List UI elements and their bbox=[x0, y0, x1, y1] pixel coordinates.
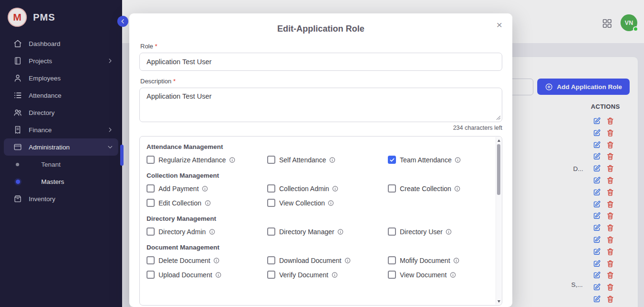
permissions-box: Attendance ManagementRegularize Attendan… bbox=[139, 136, 502, 306]
resize-handle-icon[interactable] bbox=[496, 115, 501, 120]
description-input[interactable]: Application Test User bbox=[139, 88, 502, 122]
permission-view-collection[interactable]: View Collection bbox=[267, 199, 388, 207]
checkbox[interactable] bbox=[267, 184, 275, 193]
description-textarea-wrap: Application Test User bbox=[139, 88, 502, 122]
permission-directory-manager[interactable]: Directory Manager bbox=[267, 227, 388, 236]
chars-left-counter: 234 characters left bbox=[139, 125, 502, 131]
permission-label: Mofify Document bbox=[400, 257, 450, 264]
permission-directory-admin[interactable]: Directory Admin bbox=[147, 227, 267, 236]
info-icon[interactable] bbox=[331, 272, 338, 278]
permission-label: Download Document bbox=[279, 257, 341, 264]
permission-label: Directory User bbox=[400, 228, 442, 236]
checkbox[interactable] bbox=[147, 199, 155, 207]
permissions-list: Attendance ManagementRegularize Attendan… bbox=[140, 136, 502, 292]
permission-section-heading: Collection Management bbox=[147, 172, 487, 179]
scrollbar[interactable] bbox=[496, 137, 501, 305]
app-root: M PMS DashboardProjectsEmployeesAttendan… bbox=[0, 0, 644, 307]
permission-section-heading: Document Management bbox=[147, 244, 487, 251]
permission-verify-document[interactable]: Verify Document bbox=[267, 271, 388, 279]
permission-section-heading: Directory Management bbox=[147, 215, 487, 222]
role-input[interactable] bbox=[139, 53, 502, 71]
permission-label: Directory Manager bbox=[279, 228, 334, 236]
checkbox[interactable] bbox=[147, 271, 155, 279]
checkbox[interactable] bbox=[147, 156, 155, 164]
permission-label: Directory Admin bbox=[158, 228, 206, 236]
permission-label: View Document bbox=[400, 271, 447, 279]
permission-label: Collection Admin bbox=[279, 185, 329, 193]
scrollbar-thumb[interactable] bbox=[497, 144, 500, 195]
info-icon[interactable] bbox=[453, 257, 460, 264]
permission-create-collection[interactable]: Create Collection bbox=[388, 184, 487, 193]
permission-label: Upload Document bbox=[158, 271, 212, 279]
permission-add-payment[interactable]: Add Payment bbox=[147, 184, 267, 193]
description-label: Description * bbox=[140, 78, 501, 85]
permission-team-attendance[interactable]: Team Attendance bbox=[388, 156, 487, 164]
permission-label: Add Payment bbox=[158, 185, 199, 193]
checkbox[interactable] bbox=[147, 184, 155, 193]
permission-label: Regularize Attendance bbox=[158, 156, 226, 164]
close-icon[interactable]: × bbox=[495, 18, 504, 32]
info-icon[interactable] bbox=[450, 272, 456, 278]
permission-label: Create Collection bbox=[400, 185, 451, 193]
required-asterisk: * bbox=[155, 43, 157, 50]
info-icon[interactable] bbox=[337, 228, 344, 235]
checkbox[interactable] bbox=[388, 184, 396, 193]
checkbox[interactable] bbox=[267, 256, 275, 264]
checkbox[interactable] bbox=[267, 156, 275, 164]
checkbox[interactable] bbox=[388, 256, 396, 264]
description-label-text: Description bbox=[140, 78, 171, 85]
permission-mofify-document[interactable]: Mofify Document bbox=[388, 256, 487, 264]
permission-label: Team Attendance bbox=[400, 156, 452, 164]
info-icon[interactable] bbox=[344, 257, 351, 264]
permission-view-document[interactable]: View Document bbox=[388, 271, 487, 279]
info-icon[interactable] bbox=[445, 228, 452, 235]
permission-regularize-attendance[interactable]: Regularize Attendance bbox=[147, 156, 267, 164]
info-icon[interactable] bbox=[454, 157, 461, 163]
info-icon[interactable] bbox=[202, 185, 208, 192]
checkbox[interactable] bbox=[388, 156, 396, 164]
checkbox[interactable] bbox=[388, 271, 396, 279]
permission-section-heading: Attendance Management bbox=[147, 143, 487, 150]
permission-label: Delete Document bbox=[158, 257, 210, 264]
checkbox[interactable] bbox=[147, 227, 155, 236]
info-icon[interactable] bbox=[328, 200, 334, 206]
permission-edit-collection[interactable]: Edit Collection bbox=[147, 199, 267, 207]
permission-grid: Add PaymentCollection AdminCreate Collec… bbox=[147, 184, 487, 207]
required-asterisk: * bbox=[173, 78, 176, 85]
info-icon[interactable] bbox=[454, 185, 461, 192]
permission-label: Verify Document bbox=[279, 271, 328, 279]
permission-label: Self Attendance bbox=[279, 156, 326, 164]
role-label-text: Role bbox=[140, 43, 153, 50]
checkbox[interactable] bbox=[267, 199, 275, 207]
permission-delete-document[interactable]: Delete Document bbox=[147, 256, 267, 264]
checkbox[interactable] bbox=[388, 227, 396, 236]
permission-grid: Regularize AttendanceSelf AttendanceTeam… bbox=[147, 156, 487, 164]
info-icon[interactable] bbox=[332, 185, 339, 192]
permission-download-document[interactable]: Download Document bbox=[267, 256, 388, 264]
permission-grid: Delete DocumentDownload DocumentMofify D… bbox=[147, 256, 487, 279]
info-icon[interactable] bbox=[204, 200, 211, 206]
checkbox[interactable] bbox=[267, 271, 275, 279]
modal-title: Edit-Application Role bbox=[139, 24, 502, 34]
info-icon[interactable] bbox=[213, 257, 220, 264]
permission-directory-user[interactable]: Directory User bbox=[388, 227, 487, 236]
permission-grid: Directory AdminDirectory ManagerDirector… bbox=[147, 227, 487, 236]
info-icon[interactable] bbox=[329, 157, 336, 163]
scroll-up-arrow-icon[interactable] bbox=[496, 137, 501, 143]
permission-collection-admin[interactable]: Collection Admin bbox=[267, 184, 388, 193]
scroll-down-arrow-icon[interactable] bbox=[496, 298, 501, 304]
checkbox[interactable] bbox=[147, 256, 155, 264]
edit-application-role-modal: Edit-Application Role × Role * Descripti… bbox=[129, 13, 512, 307]
info-icon[interactable] bbox=[215, 272, 222, 278]
permission-upload-document[interactable]: Upload Document bbox=[147, 271, 267, 279]
info-icon[interactable] bbox=[209, 228, 215, 235]
permission-label: View Collection bbox=[279, 199, 325, 207]
permission-label: Edit Collection bbox=[158, 199, 202, 207]
info-icon[interactable] bbox=[229, 157, 236, 163]
role-label: Role * bbox=[140, 43, 501, 50]
permission-self-attendance[interactable]: Self Attendance bbox=[267, 156, 388, 164]
checkbox[interactable] bbox=[267, 227, 275, 236]
